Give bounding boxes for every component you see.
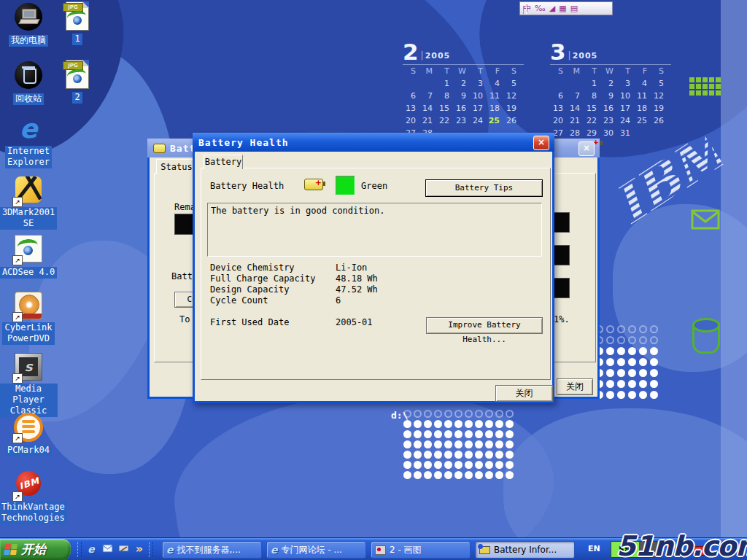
- taskband-grip[interactable]: [149, 542, 153, 557]
- dialog-titlebar[interactable]: Battery Health: [193, 133, 554, 152]
- desktop-icon-recycle-bin[interactable]: 回收站: [0, 61, 58, 105]
- close-icon[interactable]: ×: [533, 136, 549, 150]
- desktop-icon-thinkvantage[interactable]: IBM ThinkVantage Technologies: [0, 470, 58, 524]
- task-button-forum[interactable]: e 专门网论坛 - ...: [266, 541, 366, 559]
- calendar-day: 22: [436, 116, 453, 125]
- battery-tips-button[interactable]: Battery Tips: [425, 179, 543, 197]
- pen-icon[interactable]: ◢: [549, 4, 555, 13]
- calendar-grid: SMTWTFS123456789101112131415161718192021…: [550, 66, 674, 138]
- quicklaunch-ie-icon[interactable]: e: [85, 542, 98, 556]
- desktop-icon-powerdvd[interactable]: CyberLink PowerDVD: [0, 292, 58, 345]
- calendar-weekday: S: [403, 66, 419, 76]
- task-button-paint[interactable]: 2 - 画图: [371, 541, 471, 559]
- health-status-swatch: [336, 176, 355, 195]
- calendar-month-number: 2: [403, 41, 419, 63]
- internet-explorer-icon: e: [20, 114, 37, 144]
- ime-mode-icon[interactable]: ‰: [535, 4, 546, 13]
- pcmark-icon: [14, 413, 43, 442]
- close-button[interactable]: 关闭: [495, 385, 553, 402]
- icon-label: 回收站: [13, 93, 44, 105]
- desktop-icon-pcmark04[interactable]: PCMark04: [0, 411, 58, 456]
- calendar-weekday: S: [503, 66, 520, 76]
- calendar-rule: [550, 64, 671, 65]
- quicklaunch-mail-icon[interactable]: [101, 542, 114, 556]
- percent-text: 1%.: [554, 314, 570, 324]
- detail-value: 47.52 Wh: [336, 284, 378, 295]
- task-label: 专门网论坛 - ...: [282, 544, 342, 556]
- dot-pattern-bottom: [403, 410, 516, 481]
- ime-menu-icon[interactable]: ▤: [570, 4, 578, 13]
- detail-label: Device Chemistry: [210, 262, 295, 273]
- desktop-icon-jpg-1[interactable]: JPG 1: [57, 1, 98, 45]
- icon-label: 2: [72, 92, 82, 104]
- language-bar-grip[interactable]: [523, 6, 527, 14]
- calendar-separator: |: [421, 50, 424, 61]
- calendar-day: 3: [617, 79, 634, 88]
- language-bar[interactable]: 中 ‰ ◢ ▦ ▤: [519, 1, 613, 15]
- keyboard-icon[interactable]: ▦: [559, 4, 566, 13]
- calendar-day: [419, 79, 436, 88]
- improve-battery-health-button[interactable]: Improve Battery Health...: [426, 317, 543, 334]
- grid-table-icon: [689, 77, 721, 96]
- my-computer-icon: [15, 3, 42, 31]
- condition-textbox: The battery is in good condition.: [207, 203, 542, 257]
- icon-label: 1: [72, 34, 82, 45]
- tab-battery[interactable]: Battery: [204, 155, 243, 169]
- windows-logo-icon: [4, 544, 18, 556]
- language-indicator[interactable]: EN: [588, 544, 600, 553]
- calendar-day: 14: [419, 104, 436, 113]
- calendar-day: [403, 79, 419, 88]
- desktop-icon-my-computer[interactable]: 我的电脑: [0, 3, 58, 47]
- calendar-weekday: W: [600, 66, 617, 76]
- calendar-day: 21: [567, 116, 584, 125]
- calendar-day: 10: [617, 91, 634, 101]
- calendar-day: 30: [600, 128, 617, 138]
- desktop-icon-acdsee[interactable]: ACDSee 4.0: [0, 235, 58, 279]
- calendar-day: 17: [617, 104, 634, 113]
- quicklaunch-chevron-icon[interactable]: »: [133, 542, 146, 556]
- desktop-icon-media-player-classic[interactable]: s Media Player Classic: [0, 353, 58, 417]
- acdsee-icon: [15, 235, 42, 262]
- battery-health-label: Battery Health: [210, 181, 284, 191]
- calendar-day: 6: [403, 91, 419, 101]
- detail-label: Cycle Count: [210, 295, 268, 306]
- task-label: 2 - 画图: [390, 544, 422, 556]
- drive-label: d:\: [391, 410, 408, 421]
- calendar-day: 2: [453, 79, 470, 88]
- task-button-server-not-found[interactable]: e 找不到服务器,...: [162, 541, 262, 559]
- battery-gauge-segment: [553, 212, 570, 233]
- task-label: Battery Infor...: [494, 545, 557, 555]
- battery-gauge-segment: [553, 245, 570, 265]
- ie-icon: e: [166, 544, 174, 556]
- close-icon[interactable]: ×: [578, 141, 595, 156]
- battery-gauge-segment: [553, 278, 570, 298]
- calendar-day: 19: [651, 104, 667, 113]
- calendar-day: 24: [617, 116, 634, 125]
- task-button-battery-information[interactable]: Battery Infor...: [475, 541, 575, 559]
- calendar-weekday: T: [470, 66, 487, 76]
- calendar-year: 2005: [573, 51, 598, 61]
- 3dmark-icon: [15, 176, 42, 203]
- powerdvd-icon: [15, 292, 42, 319]
- detail-value: 6: [336, 295, 341, 306]
- tab-status[interactable]: Status: [156, 159, 197, 174]
- calendar-weekday: S: [550, 66, 567, 76]
- desktop-icon-internet-explorer[interactable]: e Internet Explorer: [0, 115, 58, 168]
- close-button[interactable]: 关闭: [557, 378, 593, 395]
- desktop-icon-jpg-2[interactable]: JPG 2: [57, 60, 98, 104]
- battery-icon: [479, 546, 490, 554]
- calendar-day: 4: [487, 79, 503, 88]
- start-button[interactable]: 开始: [0, 539, 71, 560]
- jpg-file-icon: JPG: [66, 1, 89, 31]
- calendar-day: 12: [651, 91, 667, 101]
- calendar-weekday: F: [487, 66, 503, 76]
- icon-label: 我的电脑: [9, 35, 48, 47]
- desktop-icon-3dmark2001[interactable]: 3DMark2001 SE: [0, 176, 58, 230]
- icon-label: CyberLink PowerDVD: [2, 322, 54, 345]
- quicklaunch-show-desktop-icon[interactable]: [117, 542, 130, 556]
- calendar-day: 10: [470, 91, 487, 101]
- quicklaunch-grip[interactable]: [77, 542, 82, 557]
- health-status-text: Green: [361, 181, 387, 191]
- calendar-day: 28: [567, 128, 584, 138]
- detail-label: Design Capacity: [210, 284, 289, 295]
